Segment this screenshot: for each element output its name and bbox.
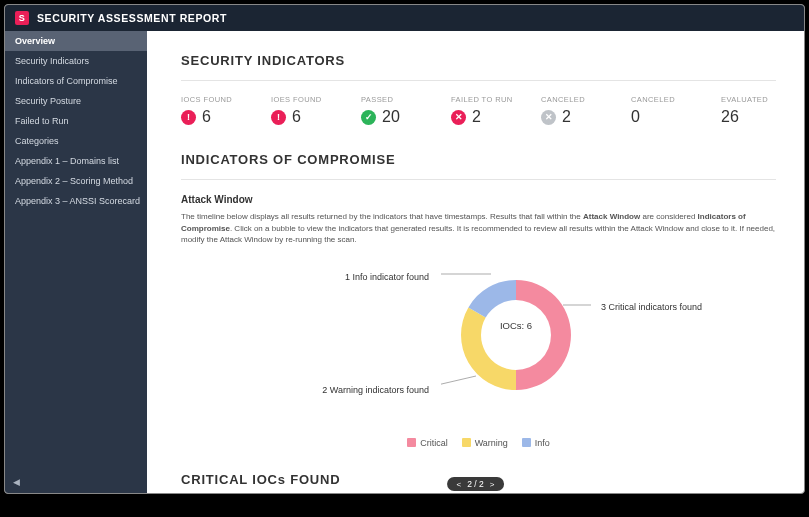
sidebar-item-appendix-1[interactable]: Appendix 1 – Domains list — [5, 151, 147, 171]
metric-evaluated: EVALUATED 26 — [721, 95, 783, 126]
pager-text: 2 / 2 — [467, 479, 484, 489]
alert-icon: ! — [181, 110, 196, 125]
sidebar-collapse-icon[interactable]: ◀ — [13, 477, 20, 487]
alert-icon: ! — [271, 110, 286, 125]
ioc-subheading: Attack Window — [181, 194, 776, 205]
chart-legend: Critical Warning Info — [181, 438, 776, 448]
app-title: SECURITY ASSESSMENT REPORT — [37, 12, 227, 24]
check-icon: ✓ — [361, 110, 376, 125]
metric-value: 6 — [292, 108, 301, 126]
callout-critical: 3 Critical indicators found — [601, 302, 702, 312]
legend-item-critical: Critical — [407, 438, 448, 448]
legend-item-warning: Warning — [462, 438, 508, 448]
divider — [181, 80, 776, 81]
brand-logo-icon: S — [15, 11, 29, 25]
swatch-icon — [407, 438, 416, 447]
sidebar-item-overview[interactable]: Overview — [5, 31, 147, 51]
svg-line-1 — [441, 376, 476, 386]
sidebar-item-appendix-3[interactable]: Appendix 3 – ANSSI Scorecard — [5, 191, 147, 211]
x-icon: ✕ — [541, 110, 556, 125]
metric-label: EVALUATED — [721, 95, 783, 104]
metrics-row: IOCs FOUND ! 6 IOEs FOUND ! 6 PASSED — [181, 95, 776, 126]
sidebar-item-security-posture[interactable]: Security Posture — [5, 91, 147, 111]
x-icon: ✕ — [451, 110, 466, 125]
metric-canceled-2: CANCELED 0 — [631, 95, 693, 126]
pager-next-icon[interactable]: > — [490, 480, 495, 489]
metric-label: IOCs FOUND — [181, 95, 243, 104]
sidebar-item-categories[interactable]: Categories — [5, 131, 147, 151]
metric-value: 20 — [382, 108, 400, 126]
sidebar-item-failed-to-run[interactable]: Failed to Run — [5, 111, 147, 131]
sidebar-item-security-indicators[interactable]: Security Indicators — [5, 51, 147, 71]
donut-svg — [441, 260, 591, 410]
metric-ioes-found: IOEs FOUND ! 6 — [271, 95, 333, 126]
pager: < 2 / 2 > — [447, 477, 505, 491]
metric-passed: PASSED ✓ 20 — [361, 95, 423, 126]
ioc-donut-chart: 1 Info indicator found 2 Warning indicat… — [181, 260, 776, 430]
section-title-ioc: INDICATORS OF COMPROMISE — [181, 152, 776, 167]
pager-prev-icon[interactable]: < — [457, 480, 462, 489]
sidebar-item-appendix-2[interactable]: Appendix 2 – Scoring Method — [5, 171, 147, 191]
metric-label: PASSED — [361, 95, 423, 104]
metric-value: 2 — [472, 108, 481, 126]
metric-value: 26 — [721, 108, 739, 126]
top-bar: S SECURITY ASSESSMENT REPORT — [5, 5, 804, 31]
donut-center-label: IOCs: 6 — [486, 320, 546, 331]
callout-info: 1 Info indicator found — [309, 272, 429, 282]
metric-label: IOEs FOUND — [271, 95, 333, 104]
metric-label: FAILED TO RUN — [451, 95, 513, 104]
metric-canceled: CANCELED ✕ 2 — [541, 95, 603, 126]
metric-failed-to-run: FAILED TO RUN ✕ 2 — [451, 95, 513, 126]
legend-item-info: Info — [522, 438, 550, 448]
metric-value: 0 — [631, 108, 640, 126]
main-content: SECURITY INDICATORS IOCs FOUND ! 6 IOEs … — [147, 31, 804, 493]
divider — [181, 179, 776, 180]
swatch-icon — [462, 438, 471, 447]
metric-value: 2 — [562, 108, 571, 126]
sidebar-item-ioc[interactable]: Indicators of Compromise — [5, 71, 147, 91]
metric-iocs-found: IOCs FOUND ! 6 — [181, 95, 243, 126]
ioc-description: The timeline below displays all results … — [181, 211, 776, 246]
callout-warning: 2 Warning indicators found — [289, 385, 429, 395]
sidebar: Overview Security Indicators Indicators … — [5, 31, 147, 493]
metric-label: CANCELED — [541, 95, 603, 104]
swatch-icon — [522, 438, 531, 447]
section-title-security-indicators: SECURITY INDICATORS — [181, 53, 776, 68]
metric-value: 6 — [202, 108, 211, 126]
metric-label: CANCELED — [631, 95, 693, 104]
